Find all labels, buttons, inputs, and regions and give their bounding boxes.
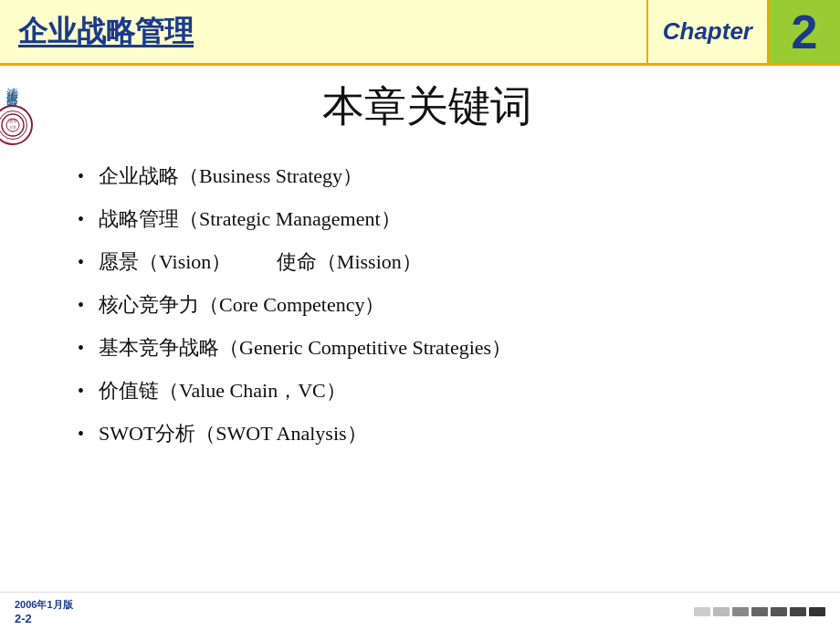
keyword-text: 价值链（Value Chain，VC） [99,375,346,405]
footer-bar-7 [809,607,825,616]
page-heading: 本章关键词 [50,79,803,135]
keyword-text: SWOT分析（SWOT Analysis） [99,418,367,448]
keyword-item: •SWOT分析（SWOT Analysis） [78,418,803,448]
keyword-text: 企业战略（Business Strategy） [99,161,362,191]
footer: 2006年1月版 2-2 [0,592,840,630]
svg-text:清华: 清华 [8,118,17,123]
header-title-area: 企业战略管理 [0,0,646,63]
header-chapter-area: Chapter 2 [646,0,840,63]
keyword-item: •核心竞争力（Core Competency） [78,289,803,320]
keyword-text: 核心竞争力（Core Competency） [99,289,384,320]
footer-bar-6 [790,607,806,616]
keyword-item: •价值链（Value Chain，VC） [78,375,803,405]
header: 企业战略管理 Chapter 2 [0,0,840,66]
footer-bar-2 [713,607,730,616]
svg-text:大学: 大学 [9,125,16,130]
keyword-text: 基本竞争战略（Generic Competitive Strategies） [99,332,511,362]
footer-bar-5 [771,607,787,616]
footer-bars [694,607,825,616]
keyword-text: 愿景（Vision） 使命（Mission） [99,247,422,277]
sidebar-text: 清华大学出版社 [5,78,20,90]
bullet-icon: • [78,205,84,233]
footer-bar-1 [694,607,710,616]
chapter-number-box: 2 [767,0,840,63]
keyword-list: •企业战略（Business Strategy）•战略管理（Strategic … [50,161,803,448]
footer-version: 2006年1月版 [15,598,73,612]
main-content: 本章关键词 •企业战略（Business Strategy）•战略管理（Stra… [0,79,840,448]
footer-slide-number: 2-2 [15,612,73,625]
keyword-text: 战略管理（Strategic Management） [99,204,401,234]
bullet-icon: • [78,420,84,447]
footer-left: 2006年1月版 2-2 [15,598,73,625]
footer-bar-3 [732,607,749,616]
keyword-item: •愿景（Vision） 使命（Mission） [78,247,803,277]
sidebar-logo-inner: 清华 大学 [0,110,27,140]
bullet-icon: • [78,334,84,362]
keyword-item: •企业战略（Business Strategy） [78,161,803,191]
bullet-icon: • [78,291,84,319]
sidebar-decoration: 清华大学出版社 清华 大学 [0,68,26,543]
chapter-label-box: Chapter [646,0,767,63]
chapter-label: Chapter [663,17,752,46]
bullet-icon: • [78,377,84,404]
bullet-icon: • [78,248,84,276]
footer-bar-4 [751,607,768,616]
keyword-item: •基本竞争战略（Generic Competitive Strategies） [78,332,803,362]
header-title: 企业战略管理 [18,12,194,52]
bullet-icon: • [78,163,84,190]
keyword-item: •战略管理（Strategic Management） [78,204,803,234]
chapter-number: 2 [792,5,818,59]
